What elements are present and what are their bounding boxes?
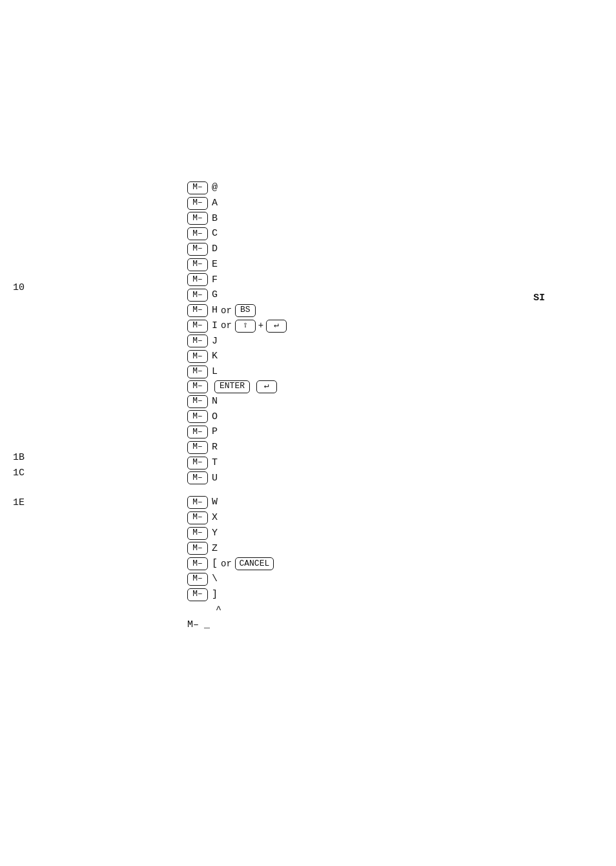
key-m-l: M– <box>187 366 208 378</box>
key-m-i: M– <box>187 320 208 333</box>
key-m-backslash: M– <box>187 573 208 586</box>
spacer-1 <box>187 486 287 495</box>
row-b: M– B <box>187 212 287 226</box>
key-m-z: M– <box>187 542 208 555</box>
row-x: M– X <box>187 511 287 525</box>
label-underscore: _ <box>204 618 210 632</box>
label-c: C <box>212 227 218 241</box>
row-j: M– J <box>187 335 287 349</box>
key-m-d: M– <box>187 243 208 256</box>
key-m-c: M– <box>187 227 208 240</box>
label-t: T <box>212 456 218 470</box>
row-p: M– P <box>187 425 287 439</box>
key-m-a: M– <box>187 197 208 210</box>
key-bs: BS <box>235 304 256 317</box>
row-backslash: M– \ <box>187 572 287 586</box>
label-si: SI <box>533 293 545 304</box>
label-a: A <box>212 196 218 211</box>
content-area: M– @ M– A M– B M– C M– D M– E M– <box>187 181 287 634</box>
label-n: N <box>212 395 218 409</box>
label-backslash: \ <box>212 572 218 586</box>
label-d: D <box>212 242 218 256</box>
key-m-e: M– <box>187 258 208 271</box>
key-m-f: M– <box>187 273 208 286</box>
label-o: O <box>212 410 218 424</box>
key-m-g: M– <box>187 289 208 302</box>
key-return-enter: ↵ <box>256 380 277 393</box>
key-m-underscore-text: M– <box>187 618 199 632</box>
row-u: M– U <box>187 471 287 486</box>
row-k: M– K <box>187 349 287 364</box>
row-d: M– D <box>187 242 287 256</box>
label-l: L <box>212 365 218 379</box>
row-bracket-open: M– [ or CANCEL <box>187 557 287 571</box>
key-shift: ⇧ <box>235 320 256 333</box>
key-m-h: M– <box>187 304 208 317</box>
row-l: M– L <box>187 365 287 379</box>
label-y: Y <box>212 526 218 541</box>
row-z: M– Z <box>187 542 287 556</box>
key-m-k: M– <box>187 350 208 363</box>
label-z: Z <box>212 542 218 556</box>
plus-text-i: + <box>258 319 263 332</box>
key-m-r: M– <box>187 441 208 454</box>
label-j: J <box>212 335 218 349</box>
key-m-bracket-close: M– <box>187 588 208 601</box>
row-h: M– H or BS <box>187 304 287 318</box>
label-e: E <box>212 258 218 272</box>
row-w: M– W <box>187 495 287 510</box>
row-enter: M– ENTER ↵ <box>187 380 287 393</box>
label-caret: ^ <box>216 603 221 617</box>
key-m-w: M– <box>187 496 208 509</box>
row-y: M– Y <box>187 526 287 541</box>
key-m-o: M– <box>187 410 208 423</box>
label-bracket-open: [ <box>212 557 218 571</box>
key-m-enter: M– <box>187 380 208 393</box>
row-caret: ^ <box>187 603 287 617</box>
or-text-h: or <box>221 304 232 317</box>
label-bracket-close: ] <box>212 588 218 602</box>
row-r: M– R <box>187 440 287 455</box>
label-at: @ <box>212 181 218 195</box>
key-m-x: M– <box>187 511 208 524</box>
key-m-n: M– <box>187 395 208 408</box>
label-p: P <box>212 425 218 439</box>
label-w: W <box>212 495 218 510</box>
key-m-t: M– <box>187 457 208 469</box>
row-e: M– E <box>187 258 287 272</box>
row-a: M– A <box>187 196 287 211</box>
label-b: B <box>212 212 218 226</box>
row-o: M– O <box>187 410 287 424</box>
row-at: M– @ <box>187 181 287 195</box>
or-text-i: or <box>221 319 232 332</box>
label-i: I <box>212 319 218 333</box>
label-1B: 1B <box>13 452 25 463</box>
label-f: F <box>212 273 218 287</box>
label-r: R <box>212 440 218 455</box>
label-10: 10 <box>13 282 25 293</box>
label-1C: 1C <box>13 468 25 479</box>
key-m-b: M– <box>187 212 208 225</box>
row-underscore: M– _ <box>187 618 287 632</box>
or-text-cancel: or <box>221 557 232 570</box>
row-i: M– I or ⇧ + ↵ <box>187 319 287 333</box>
key-m-y: M– <box>187 527 208 540</box>
key-return-i: ↵ <box>266 320 287 333</box>
label-k: K <box>212 349 218 364</box>
page: 10 1B 1C 1E SI M– @ M– A M– B M– C M– D <box>0 0 616 866</box>
row-t: M– T <box>187 456 287 470</box>
label-x: X <box>212 511 218 525</box>
key-m-u: M– <box>187 471 208 484</box>
label-1E: 1E <box>13 497 25 508</box>
key-m-j: M– <box>187 335 208 347</box>
key-enter: ENTER <box>214 380 250 393</box>
label-u: U <box>212 471 218 486</box>
row-n: M– N <box>187 395 287 409</box>
row-g: M– G <box>187 288 287 302</box>
key-m-p: M– <box>187 426 208 438</box>
row-f: M– F <box>187 273 287 287</box>
key-cancel: CANCEL <box>235 557 274 570</box>
key-m-bracket-open: M– <box>187 557 208 570</box>
label-g: G <box>212 288 218 302</box>
label-h: H <box>212 304 218 318</box>
